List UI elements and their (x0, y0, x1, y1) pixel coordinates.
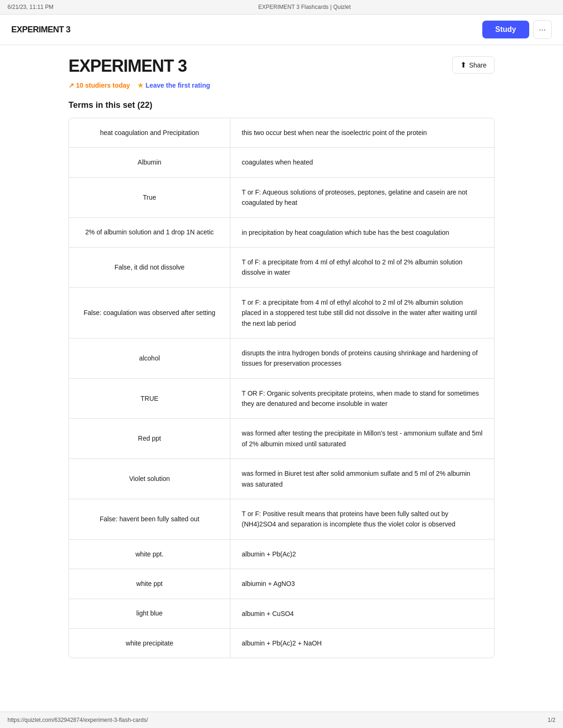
flashcard-definition: this two occur best when near the isoele… (230, 118, 494, 147)
terms-heading: Terms in this set (22) (68, 100, 495, 110)
study-button[interactable]: Study (482, 21, 529, 38)
table-row: Albumincoagulates when heated (69, 148, 494, 177)
flashcard-term: white ppt (69, 569, 230, 598)
flashcard-term: False: coagulation was observed after se… (69, 288, 230, 338)
flashcard-term: heat coagulation and Precipitation (69, 118, 230, 147)
table-row: white pptalbiumin + AgNO3 (69, 569, 494, 599)
flashcard-definition: albumin + CuSO4 (230, 599, 494, 628)
flashcard-term: white ppt. (69, 540, 230, 569)
share-label: Share (469, 61, 487, 69)
table-row: TRUET OR F: Organic solvents precipitate… (69, 379, 494, 419)
flashcard-term: True (69, 178, 230, 218)
table-row: white ppt.albumin + Pb(Ac)2 (69, 540, 494, 569)
flashcard-term: False: havent been fully salted out (69, 499, 230, 539)
page-title-row: EXPERIMENT 3 ⬆ Share (68, 56, 495, 76)
flashcard-term: False, it did not dissolve (69, 248, 230, 287)
flashcard-term: Violet solution (69, 459, 230, 499)
flashcard-definition: disrupts the intra hydrogen bonds of pro… (230, 338, 494, 378)
flashcard-term: TRUE (69, 379, 230, 419)
flashcard-definition: coagulates when heated (230, 148, 494, 177)
flashcard-definition: albumin + Pb(Ac)2 + NaOH (230, 629, 494, 658)
flashcard-definition: was formed in Biuret test after solid am… (230, 459, 494, 499)
table-row: light bluealbumin + CuSO4 (69, 599, 494, 629)
trend-arrow-icon: ↗ (68, 82, 74, 89)
rating-label: Leave the first rating (145, 82, 210, 89)
table-row: False: havent been fully salted outT or … (69, 499, 494, 540)
flashcard-term: white precipitate (69, 629, 230, 658)
flashcard-definition: T or F: Aqueous solutions of proteoses, … (230, 178, 494, 218)
flashcard-definition: was formed after testing the precipitate… (230, 419, 494, 458)
flashcard-term: Red ppt (69, 419, 230, 458)
main-content: EXPERIMENT 3 ⬆ Share ↗ 10 studiers today… (61, 45, 502, 669)
browser-bar: 6/21/23, 11:11 PM EXPERIMENT 3 Flashcard… (0, 0, 563, 15)
flashcard-definition: T or F: Positive result means that prote… (230, 499, 494, 539)
flashcard-definition: T OR F: Organic solvents precipitate pro… (230, 379, 494, 419)
more-options-button[interactable]: ··· (533, 20, 552, 39)
browser-timestamp: 6/21/23, 11:11 PM (8, 4, 53, 10)
header-actions: Study ··· (482, 20, 552, 39)
table-row: 2% of albumin solution and 1 drop 1N ace… (69, 218, 494, 248)
flashcard-term: 2% of albumin solution and 1 drop 1N ace… (69, 218, 230, 247)
table-row: Red pptwas formed after testing the prec… (69, 419, 494, 459)
flashcard-term: alcohol (69, 338, 230, 378)
more-icon: ··· (539, 25, 546, 35)
flashcard-definition: in precipitation by heat coagulation whi… (230, 218, 494, 247)
browser-page-title: EXPERIMENT 3 Flashcards | Quizlet (53, 4, 555, 10)
studiers-badge: ↗ 10 studiers today (68, 82, 130, 89)
rating-badge[interactable]: ★ Leave the first rating (137, 82, 210, 89)
share-button[interactable]: ⬆ Share (452, 56, 495, 74)
site-logo: EXPERIMENT 3 (11, 25, 70, 35)
flashcard-term: light blue (69, 599, 230, 628)
flashcard-definition: albiumin + AgNO3 (230, 569, 494, 598)
table-row: False, it did not dissolveT of F: a prec… (69, 248, 494, 288)
flashcard-definition: T or F: a precipitate from 4 ml of ethyl… (230, 288, 494, 338)
studiers-count: 10 studiers today (76, 82, 130, 89)
quizlet-header: EXPERIMENT 3 Study ··· (0, 15, 563, 45)
share-icon: ⬆ (460, 60, 466, 69)
flashcard-table: heat coagulation and Precipitationthis t… (68, 118, 495, 658)
page-title: EXPERIMENT 3 (68, 56, 187, 76)
table-row: alcoholdisrupts the intra hydrogen bonds… (69, 338, 494, 379)
table-row: Violet solutionwas formed in Biuret test… (69, 459, 494, 499)
flashcard-term: Albumin (69, 148, 230, 177)
table-row: False: coagulation was observed after se… (69, 288, 494, 338)
table-row: heat coagulation and Precipitationthis t… (69, 118, 494, 148)
table-row: white precipitatealbumin + Pb(Ac)2 + NaO… (69, 629, 494, 658)
star-icon: ★ (137, 82, 144, 89)
flashcard-definition: T of F: a precipitate from 4 ml of ethyl… (230, 248, 494, 287)
meta-row: ↗ 10 studiers today ★ Leave the first ra… (68, 82, 495, 89)
flashcard-definition: albumin + Pb(Ac)2 (230, 540, 494, 569)
table-row: TrueT or F: Aqueous solutions of proteos… (69, 178, 494, 218)
